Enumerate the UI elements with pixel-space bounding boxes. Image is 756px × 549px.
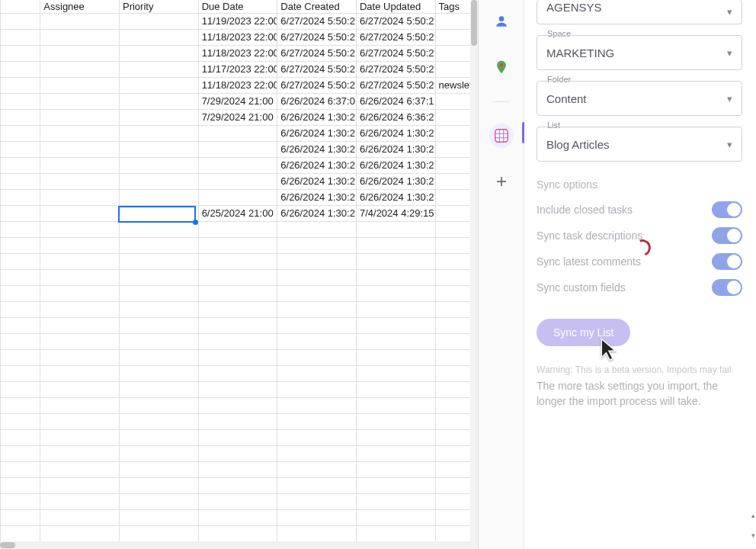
- table-cell[interactable]: [40, 477, 120, 493]
- table-cell[interactable]: [356, 317, 435, 333]
- table-row[interactable]: [1, 445, 478, 461]
- table-cell[interactable]: [1, 125, 40, 141]
- location-pin-icon[interactable]: [489, 55, 514, 79]
- table-row[interactable]: [1, 429, 478, 445]
- table-cell[interactable]: 11/18/2023 22:00: [198, 45, 277, 61]
- table-cell[interactable]: [119, 141, 198, 157]
- toggle-switch[interactable]: [712, 201, 742, 218]
- table-cell[interactable]: [198, 317, 277, 333]
- table-cell[interactable]: [198, 285, 277, 301]
- table-cell[interactable]: [119, 269, 198, 285]
- table-cell[interactable]: [1, 333, 40, 349]
- table-cell[interactable]: [198, 269, 277, 285]
- table-cell[interactable]: [119, 237, 198, 253]
- table-cell[interactable]: [119, 189, 198, 205]
- table-cell[interactable]: [40, 253, 120, 269]
- space-select[interactable]: MARKETING ▾: [537, 35, 742, 70]
- table-row[interactable]: 11/18/2023 22:006/27/2024 5:50:26/27/202…: [1, 29, 478, 45]
- table-cell[interactable]: [119, 317, 198, 333]
- table-cell[interactable]: [277, 317, 357, 333]
- table-cell[interactable]: [40, 157, 120, 173]
- toggle-switch[interactable]: [712, 279, 742, 296]
- table-cell[interactable]: [40, 125, 120, 141]
- table-cell[interactable]: 6/26/2024 1:30:2: [356, 141, 435, 157]
- table-cell[interactable]: [198, 173, 277, 189]
- table-cell[interactable]: [1, 45, 40, 61]
- table-cell[interactable]: [356, 285, 435, 301]
- table-cell[interactable]: [40, 333, 120, 349]
- table-cell[interactable]: [119, 157, 198, 173]
- table-cell[interactable]: 6/27/2024 5:50:2: [356, 29, 435, 45]
- table-cell[interactable]: [40, 93, 120, 109]
- table-cell[interactable]: [277, 397, 357, 413]
- table-cell[interactable]: 6/27/2024 5:50:2: [277, 29, 357, 45]
- table-cell[interactable]: [198, 237, 277, 253]
- table-cell[interactable]: [1, 221, 40, 237]
- table-cell[interactable]: [40, 349, 120, 365]
- table-cell[interactable]: [119, 77, 198, 93]
- table-cell[interactable]: [1, 13, 40, 29]
- table-row[interactable]: [1, 509, 478, 525]
- table-cell[interactable]: [40, 109, 120, 125]
- table-cell[interactable]: 7/29/2024 21:00: [198, 93, 277, 109]
- table-row[interactable]: [1, 413, 478, 429]
- table-cell[interactable]: [198, 253, 277, 269]
- table-cell[interactable]: [356, 525, 435, 541]
- table-cell[interactable]: [40, 509, 120, 525]
- table-cell[interactable]: 6/27/2024 5:50:2: [277, 45, 357, 61]
- table-cell[interactable]: [198, 157, 277, 173]
- table-cell[interactable]: [1, 317, 40, 333]
- table-cell[interactable]: [356, 461, 435, 477]
- table-cell[interactable]: [119, 445, 198, 461]
- table-cell[interactable]: [119, 413, 198, 429]
- column-header[interactable]: Due Date: [198, 0, 277, 13]
- table-cell[interactable]: [40, 445, 120, 461]
- table-row[interactable]: 7/29/2024 21:006/26/2024 1:30:26/26/2024…: [1, 109, 478, 125]
- table-cell[interactable]: [119, 397, 198, 413]
- table-cell[interactable]: [119, 205, 198, 221]
- table-row[interactable]: [1, 493, 478, 509]
- table-cell[interactable]: [40, 525, 120, 541]
- org-select[interactable]: AGENSYS ▾: [537, 0, 742, 24]
- table-cell[interactable]: 6/26/2024 1:30:2: [277, 109, 357, 125]
- table-cell[interactable]: [356, 381, 435, 397]
- table-cell[interactable]: [1, 509, 40, 525]
- table-cell[interactable]: [1, 381, 40, 397]
- table-cell[interactable]: [40, 45, 120, 61]
- table-cell[interactable]: [119, 93, 198, 109]
- table-cell[interactable]: 7/4/2024 4:29:15: [356, 205, 435, 221]
- table-row[interactable]: [1, 477, 478, 493]
- table-cell[interactable]: 6/26/2024 1:30:2: [277, 125, 357, 141]
- table-cell[interactable]: 6/25/2024 21:00: [198, 205, 277, 221]
- table-cell[interactable]: [198, 381, 277, 397]
- table-cell[interactable]: [277, 493, 357, 509]
- add-icon[interactable]: [489, 169, 514, 194]
- table-cell[interactable]: 6/26/2024 1:30:2: [356, 125, 435, 141]
- table-cell[interactable]: [119, 173, 198, 189]
- table-cell[interactable]: [40, 13, 120, 29]
- table-row[interactable]: 6/26/2024 1:30:26/26/2024 1:30:2: [1, 125, 478, 141]
- table-row[interactable]: 7/29/2024 21:006/26/2024 6:37:06/26/2024…: [1, 93, 478, 109]
- table-cell[interactable]: [277, 429, 357, 445]
- table-row[interactable]: [1, 317, 478, 333]
- table-cell[interactable]: [1, 349, 40, 365]
- table-cell[interactable]: [356, 477, 435, 493]
- table-cell[interactable]: [277, 477, 357, 493]
- column-header[interactable]: Date Created: [277, 0, 357, 13]
- table-cell[interactable]: [1, 525, 40, 541]
- table-cell[interactable]: [40, 77, 120, 93]
- folder-select[interactable]: Content ▾: [537, 81, 742, 116]
- table-cell[interactable]: [198, 189, 277, 205]
- table-cell[interactable]: [40, 205, 120, 221]
- table-cell[interactable]: [40, 237, 120, 253]
- table-cell[interactable]: [1, 413, 40, 429]
- table-cell[interactable]: 6/26/2024 6:37:1: [356, 93, 435, 109]
- scroll-down-icon[interactable]: ▾: [750, 532, 756, 538]
- table-cell[interactable]: [40, 269, 120, 285]
- table-cell[interactable]: [119, 253, 198, 269]
- sheet-vertical-scrollbar-thumb[interactable]: [471, 0, 477, 46]
- table-cell[interactable]: [277, 445, 357, 461]
- table-cell[interactable]: [356, 365, 435, 381]
- table-cell[interactable]: [1, 269, 40, 285]
- table-cell[interactable]: 6/26/2024 6:37:0: [277, 93, 357, 109]
